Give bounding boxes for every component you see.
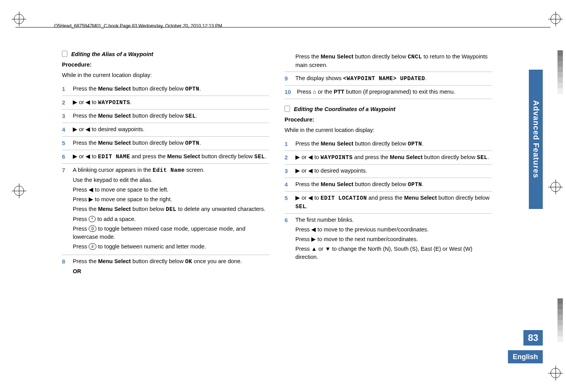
step-text: Press the Menu Select button directly be… [73,139,269,147]
left-column: Editing the Alias of a Waypoint Procedur… [62,50,269,279]
step-number: 6 [285,216,295,224]
section-tab: Advanced Features [529,70,543,209]
page-number: 83 [523,330,543,346]
step-text: The first number blinks. Press ◀ to move… [295,216,492,263]
left-arrow-icon: ◀ [86,153,90,159]
step-number: 10 [285,88,297,96]
registration-mark-icon [14,186,24,196]
registration-mark-icon [551,182,561,192]
left-arrow-icon: ◀ [308,195,313,201]
section-title: Editing the Alias of a Waypoint [62,50,269,58]
step-number: 1 [62,85,73,93]
step-text: The display shows <WAYPOINT NAME> UPDATE… [295,74,492,83]
right-arrow-icon: ▶ [295,154,300,160]
step-text: Press the Menu Select button directly be… [73,85,269,93]
step-item: 10 Press ⌂ or the PTT button (if preprog… [285,86,492,99]
step-list: Press the Menu Select button directly be… [285,50,492,99]
step-text: Press the Menu Select button directly be… [295,140,492,148]
content-columns: Editing the Alias of a Waypoint Procedur… [62,50,492,279]
left-arrow-icon: ◀ [86,126,90,132]
left-arrow-icon: ◀ [311,226,316,233]
step-item: 7 A blinking cursor appears in the Edit … [62,164,269,255]
step-number: 5 [285,194,295,202]
step-number: 6 [62,152,73,161]
registration-mark-icon [551,14,561,24]
down-arrow-icon: ▼ [325,246,330,252]
document-icon [62,51,67,57]
color-bar-icon [557,298,563,342]
step-number: 4 [285,180,295,189]
step-item: 6 The first number blinks. Press ◀ to mo… [285,214,492,265]
step-text: Press the Menu Select button directly be… [295,53,492,69]
procedure-label: Procedure: [285,116,492,124]
step-item: 3 Press the Menu Select button directly … [62,110,269,123]
step-text: A blinking cursor appears in the Edit Na… [73,166,269,252]
step-number: 3 [285,167,295,175]
step-item: Press the Menu Select button directly be… [285,50,492,72]
step-item: 4 ▶ or ◀ to desired waypoints. [62,123,269,137]
crop-line [15,27,551,27]
step-text: ▶ or ◀ to EDIT LOCATION and press the Me… [295,194,492,211]
right-arrow-icon: ▶ [73,99,77,105]
home-icon: ⌂ [313,89,316,95]
step-list: 1 Press the Menu Select button directly … [62,82,269,279]
right-arrow-icon: ▶ [311,236,316,242]
step-number: 2 [285,153,295,162]
language-label: English [508,350,543,363]
registration-mark-icon [551,368,561,378]
title-text: Editing the Coordinates of a Waypoint [294,106,395,112]
step-text: Press ⌂ or the PTT button (if preprogram… [297,88,492,96]
step-item: 5 Press the Menu Select button directly … [62,137,269,150]
step-text: ▶ or ◀ to WAYPOINTS and press the Menu S… [295,153,492,162]
right-arrow-icon: ▶ [73,153,77,159]
star-key-icon: * [89,216,96,222]
intro-text: While in the current location display: [285,126,492,134]
step-item: 5 ▶ or ◀ to EDIT LOCATION and press the … [285,192,492,214]
right-arrow-icon: ▶ [73,126,77,132]
step-number: 2 [62,98,73,107]
right-arrow-icon: ▶ [295,168,300,174]
right-arrow-icon: ▶ [295,195,300,201]
step-text: Press the Menu Select button directly be… [295,180,492,189]
left-arrow-icon: ◀ [89,187,93,193]
step-list: 1 Press the Menu Select button directly … [285,137,492,265]
step-number: 3 [62,112,73,120]
document-icon [285,106,290,112]
left-arrow-icon: ◀ [308,168,313,174]
step-item: 2 ▶ or ◀ to WAYPOINTS and press the Menu… [285,151,492,164]
intro-text: While in the current location display: [62,71,269,79]
step-text: Press the Menu Select button directly be… [73,112,269,120]
step-number: 8 [62,257,73,266]
step-item: 8 Press the Menu Select button directly … [62,255,269,279]
procedure-label: Procedure: [62,61,269,69]
up-arrow-icon: ▲ [311,246,317,252]
registration-mark-icon [14,14,24,24]
color-bar-icon [557,50,563,94]
step-number: 5 [62,139,73,147]
right-arrow-icon: ▶ [89,196,93,202]
step-text: ▶ or ◀ to WAYPOINTS. [73,98,269,107]
step-text: ▶ or ◀ to EDIT NAME and press the Menu S… [73,152,269,161]
title-text: Editing the Alias of a Waypoint [71,51,153,57]
section-title: Editing the Coordinates of a Waypoint [285,105,492,113]
hash-key-icon: # [89,243,96,250]
step-text: Press the Menu Select button directly be… [73,257,269,277]
step-number: 1 [285,140,295,148]
header-text: O5Head_6875947M01_C.book Page 83 Wednesd… [54,23,222,29]
step-item: 9 The display shows <WAYPOINT NAME> UPDA… [285,72,492,86]
step-text: ▶ or ◀ to desired waypoints. [73,125,269,134]
step-item: 2 ▶ or ◀ to WAYPOINTS. [62,96,269,110]
right-column: Press the Menu Select button directly be… [285,50,492,279]
step-item: 3 ▶ or ◀ to desired waypoints. [285,164,492,178]
step-number: 4 [62,125,73,134]
left-arrow-icon: ◀ [308,154,313,160]
step-number: 7 [62,166,73,175]
left-arrow-icon: ◀ [86,99,90,105]
step-item: 1 Press the Menu Select button directly … [285,137,492,151]
step-text: ▶ or ◀ to desired waypoints. [295,167,492,175]
zero-key-icon: 0 [89,226,96,232]
step-item: 1 Press the Menu Select button directly … [62,82,269,96]
page-container: O5Head_6875947M01_C.book Page 83 Wednesd… [0,0,566,392]
step-item: 6 ▶ or ◀ to EDIT NAME and press the Menu… [62,150,269,164]
step-item: 4 Press the Menu Select button directly … [285,178,492,192]
